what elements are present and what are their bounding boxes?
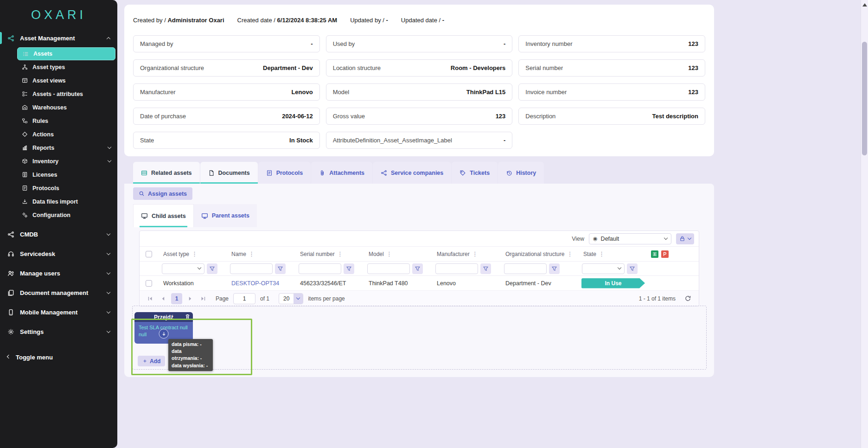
scrollbar-thumb[interactable] [862, 42, 867, 155]
manage-users-icon [7, 270, 14, 277]
previous-page-button[interactable] [158, 294, 168, 304]
field-gross-value[interactable]: Gross value123 [326, 108, 513, 125]
sidebar-item-manage-users[interactable]: Manage users [0, 263, 117, 283]
field-location-structure[interactable]: Location structureRoom - Developers [326, 59, 513, 77]
subtab-parent-assets[interactable]: Parent assets [194, 204, 257, 227]
field-manufacturer[interactable]: ManufacturerLenovo [133, 83, 320, 101]
field-managed-by[interactable]: Managed by- [133, 35, 320, 52]
sidebar-item-data-files-import[interactable]: Data files import [0, 195, 117, 208]
field-description[interactable]: DescriptionTest description [518, 108, 705, 125]
asset-details-card: Created by / Administrator Oxari Created… [124, 5, 714, 156]
search-icon [139, 191, 145, 197]
sidebar-item-warehouses[interactable]: Warehouses [0, 101, 117, 114]
licenses-icon [22, 172, 28, 178]
field-date-of-purchase[interactable]: Date of purchase2024-06-12 [133, 108, 320, 125]
tab-service-companies[interactable]: Service companies [373, 162, 451, 184]
column-menu-icon[interactable]: ⋮ [249, 251, 255, 257]
tab-tickets[interactable]: Tickets [452, 162, 498, 184]
field-invoice-number[interactable]: Invoice number123 [518, 83, 705, 101]
vertical-scrollbar[interactable] [861, 0, 868, 448]
filter-serial-number-button[interactable] [344, 263, 354, 274]
filter-state-button[interactable] [627, 263, 638, 274]
download-document-button[interactable] [159, 329, 169, 339]
filter-asset-type-input[interactable] [162, 263, 204, 274]
tab-history[interactable]: History [498, 162, 544, 184]
filter-organizational-structure-button[interactable] [549, 263, 560, 274]
sidebar-item-document-management[interactable]: Document management [0, 283, 117, 302]
last-page-button[interactable] [198, 294, 208, 304]
filter-asset-type-button[interactable] [207, 263, 217, 274]
filter-manufacturer-button[interactable] [480, 263, 491, 274]
asset-name-link[interactable]: DESKTOP-OPT34 [231, 280, 279, 287]
first-page-button[interactable] [145, 294, 155, 304]
current-page-button[interactable]: 1 [171, 293, 182, 304]
sidebar-item-reports[interactable]: Reports [0, 141, 117, 154]
subtab-child-assets[interactable]: Child assets [133, 204, 194, 227]
sidebar-item-asset-management[interactable]: Asset Management [0, 30, 117, 46]
settings-icon [7, 328, 14, 335]
field-asset-image[interactable]: AttributeDefinition_Asset_AssetImage_Lab… [326, 132, 513, 149]
sidebar-item-servicedesk[interactable]: Servicedesk [0, 244, 117, 263]
refresh-button[interactable] [682, 293, 693, 304]
sidebar-item-asset-views[interactable]: Asset views [0, 74, 117, 87]
filter-model-input[interactable] [367, 263, 410, 274]
filter-serial-number-input[interactable] [299, 263, 341, 274]
view-select[interactable]: ◉ Default [589, 233, 671, 244]
next-page-button[interactable] [185, 294, 195, 304]
tab-attachments[interactable]: Attachments [311, 162, 372, 184]
assign-assets-button[interactable]: Assign assets [133, 187, 192, 200]
column-menu-icon[interactable]: ⋮ [567, 251, 573, 257]
column-menu-icon[interactable]: ⋮ [599, 251, 605, 257]
row-checkbox[interactable] [146, 280, 152, 287]
sidebar-item-mobile-management[interactable]: Mobile Management [0, 302, 117, 322]
documents-drop-area[interactable]: Przejdź Test SLA contract null null data… [132, 306, 707, 370]
column-menu-icon[interactable]: ⋮ [386, 251, 392, 257]
tab-related-assets[interactable]: Related assets [133, 162, 200, 184]
funnel-icon [415, 266, 421, 272]
sidebar-item-label: Rules [32, 118, 48, 124]
tab-protocols[interactable]: Protocols [258, 162, 311, 184]
page-size-select[interactable]: 20 [279, 293, 303, 304]
sidebar-item-label: Mobile Management [20, 309, 77, 316]
filter-model-button[interactable] [412, 263, 423, 274]
field-serial-number[interactable]: Serial number123 [518, 59, 705, 77]
document-card-action[interactable]: Przejdź [134, 312, 193, 322]
field-used-by[interactable]: Used by- [326, 35, 513, 52]
filter-state-input[interactable] [582, 263, 625, 274]
select-all-checkbox[interactable] [146, 251, 152, 257]
sidebar-item-configuration[interactable]: Configuration [0, 208, 117, 222]
filter-organizational-structure-input[interactable] [504, 263, 547, 274]
sidebar-item-licenses[interactable]: Licenses [0, 168, 117, 181]
sidebar-item-assets[interactable]: Assets [17, 47, 115, 60]
filter-manufacturer-input[interactable] [435, 263, 478, 274]
export-pdf-icon[interactable] [661, 250, 669, 258]
sidebar-item-inventory[interactable]: Inventory [0, 154, 117, 168]
trash-icon[interactable] [185, 314, 191, 320]
sidebar-item-label: CMDB [20, 231, 38, 238]
filter-name-input[interactable] [230, 263, 273, 274]
sidebar-item-settings[interactable]: Settings [0, 322, 117, 341]
field-organizational-structure[interactable]: Organizational structureDepartment - Dev [133, 59, 320, 77]
field-model[interactable]: ModelThinkPad L15 [326, 83, 513, 101]
sidebar-item-protocols[interactable]: Protocols [0, 181, 117, 195]
toggle-menu-button[interactable]: Toggle menu [0, 349, 117, 365]
column-menu-icon[interactable]: ⋮ [191, 251, 198, 257]
filter-name-button[interactable] [275, 263, 286, 274]
lock-view-button[interactable] [676, 233, 694, 244]
add-document-button[interactable]: Add [138, 356, 165, 366]
scroll-up-arrow[interactable] [862, 2, 867, 8]
sidebar-item-asset-types[interactable]: Asset types [0, 60, 117, 74]
export-excel-icon[interactable] [651, 250, 658, 258]
sidebar-item-cmdb[interactable]: CMDB [0, 224, 117, 244]
field-state[interactable]: StateIn Stock [133, 132, 320, 149]
sidebar-item-rules[interactable]: Rules [0, 114, 117, 128]
sidebar-item-assets-attributes[interactable]: Assets - attributes [0, 87, 117, 101]
chevron-down-icon [107, 270, 110, 274]
field-inventory-number[interactable]: Inventory number123 [518, 35, 705, 52]
column-menu-icon[interactable]: ⋮ [337, 251, 343, 257]
sidebar-item-actions[interactable]: Actions [0, 128, 117, 141]
page-input[interactable] [233, 293, 255, 304]
tab-documents[interactable]: Documents [200, 162, 258, 184]
column-menu-icon[interactable]: ⋮ [472, 251, 478, 257]
table-row[interactable]: Workstation DESKTOP-OPT34 456233/32546/E… [140, 276, 699, 291]
